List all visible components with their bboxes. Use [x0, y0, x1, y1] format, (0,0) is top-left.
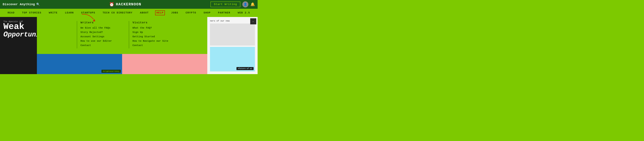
- dropdown-item-contact-visitors[interactable]: Contact: [132, 44, 178, 47]
- dropdown-item-how-to-use-editor[interactable]: How to use our Editor: [80, 40, 126, 42]
- bottom-card-pink[interactable]: [122, 54, 207, 74]
- help-dropdown: Writers We Give all the FAQs Story Rejec…: [70, 17, 188, 54]
- bottom-card-crypto[interactable]: #cryptocurrency: [37, 54, 122, 74]
- dropdown-item-navigate-site[interactable]: How to Navigate our Site: [132, 40, 178, 42]
- nav-item-crypto[interactable]: CRYPTO: [185, 11, 197, 15]
- search-button[interactable]: 🔍: [36, 3, 40, 6]
- bottom-card-cyan[interactable]: #future-of-ai: [210, 47, 255, 72]
- nav-item-learn[interactable]: LEARN: [64, 11, 75, 15]
- notification-bell-icon[interactable]: 🔔: [250, 2, 255, 7]
- search-text: Discover Anything: [3, 3, 35, 6]
- nav-item-help[interactable]: HELP: [155, 11, 165, 15]
- dropdown-item-account-settings[interactable]: Account Settings: [80, 35, 126, 38]
- dropdown-visitors-column: Visitors What the FAQ? Sign Up Getting S…: [129, 21, 181, 48]
- avatar-icon: 👤: [244, 3, 247, 6]
- top-bar: Discover Anything 🔍 ⏰ HACKERNOON Start W…: [0, 0, 258, 9]
- top-right-actions: Start Writing 👤 🔔: [210, 1, 255, 8]
- logo-text: HACKERNOON: [116, 2, 142, 7]
- article-title-weak: Weak: [3, 23, 34, 31]
- nav-item-partner[interactable]: PARTNER: [217, 11, 232, 15]
- arrow-annotation: [80, 13, 97, 24]
- dropdown-item-getting-started[interactable]: Getting Started: [132, 35, 178, 38]
- dropdown-item-story-rejected[interactable]: Story Rejected?: [80, 31, 126, 34]
- visitors-heading: Visitors: [132, 21, 178, 24]
- search-area: Discover Anything 🔍: [3, 3, 40, 6]
- dropdown-item-sign-up[interactable]: Sign Up: [132, 31, 178, 34]
- nav-item-web25[interactable]: WEB 2.5: [237, 11, 251, 15]
- corner-icon: ✏️: [250, 18, 256, 24]
- nav-item-jobs[interactable]: JOBS: [170, 11, 179, 15]
- logo-icon: ⏰: [109, 2, 114, 7]
- content-left-panel: The Apecoin (AP Weak Opportunities: [0, 17, 37, 74]
- nav-item-tech-co-directory[interactable]: TECH CO DIRECTORY: [102, 11, 134, 15]
- nav-item-about[interactable]: ABOUT: [139, 11, 150, 15]
- article-title-opportunities: Opportunities: [3, 31, 34, 38]
- avatar[interactable]: 👤: [242, 1, 248, 8]
- nav-item-write[interactable]: WRITE: [48, 11, 59, 15]
- svg-marker-0: [93, 19, 95, 21]
- partners-text: ners of our new: [210, 20, 255, 22]
- crypto-tag-badge: #cryptocurrency: [102, 70, 121, 73]
- content-right-panel: ✏️ ners of our new #future-of-ai: [207, 17, 258, 74]
- dropdown-item-what-faq[interactable]: What the FAQ?: [132, 27, 178, 29]
- nav-item-shop[interactable]: SHOP: [202, 11, 212, 15]
- nav-item-read[interactable]: READ: [6, 11, 16, 15]
- dropdown-writers-column: Writers We Give all the FAQs Story Rejec…: [77, 21, 129, 48]
- dropdown-item-contact-writers[interactable]: Contact: [80, 44, 126, 47]
- dropdown-item-faqs[interactable]: We Give all the FAQs: [80, 27, 126, 29]
- future-ai-tag-badge: #future-of-ai: [236, 67, 254, 70]
- nav-item-top-stories[interactable]: TOP STORIES: [21, 11, 42, 15]
- start-writing-button[interactable]: Start Writing: [210, 2, 240, 7]
- logo: ⏰ HACKERNOON: [109, 2, 142, 7]
- main-nav: READ TOP STORIES WRITE LEARN STARTUPS TE…: [0, 9, 258, 17]
